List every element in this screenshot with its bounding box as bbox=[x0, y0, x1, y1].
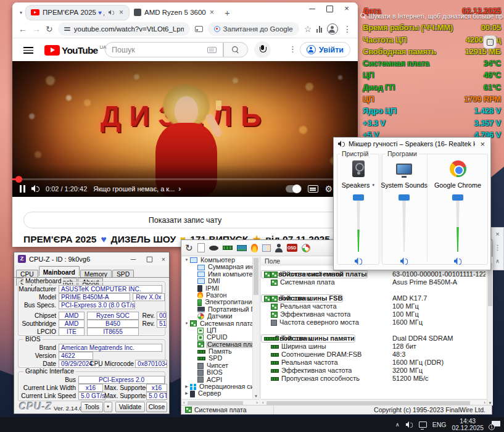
tree-item[interactable]: CPUID bbox=[182, 334, 252, 341]
volume-icon[interactable] bbox=[31, 185, 39, 193]
tab-close-icon[interactable]: × bbox=[209, 8, 215, 17]
profile-avatar[interactable] bbox=[327, 23, 338, 35]
subtitles-icon[interactable] bbox=[308, 185, 318, 193]
gpu-icon[interactable] bbox=[237, 245, 247, 251]
tree-item[interactable]: ACPI bbox=[182, 376, 252, 383]
minimize-button[interactable] bbox=[130, 255, 136, 262]
browser-menu-icon[interactable]: ⋮ bbox=[343, 24, 352, 34]
tree-item[interactable]: ▶Операционная система bbox=[182, 383, 252, 390]
tree-item[interactable]: SPD bbox=[182, 355, 252, 362]
settings-gear-icon[interactable]: ⚙ bbox=[324, 185, 333, 193]
volume-tray-icon[interactable] bbox=[405, 422, 413, 428]
tree-item[interactable]: ▼Компьютер bbox=[182, 257, 252, 264]
audit-user-icon[interactable] bbox=[275, 244, 283, 252]
tab-close-icon[interactable]: × bbox=[118, 8, 124, 17]
tree-item[interactable]: Имя компьютера bbox=[182, 271, 252, 278]
video-player[interactable]: ДИЗЕЛЬ 0:02 / 1:20:42 Якщо грошей немає,… bbox=[12, 61, 358, 197]
search-input[interactable]: Пошук bbox=[105, 42, 223, 57]
device-dropdown-icon[interactable]: ▼ bbox=[371, 183, 375, 187]
expand-icon[interactable]: ▼ bbox=[183, 320, 190, 327]
tree-item[interactable]: Системная плата bbox=[182, 341, 252, 348]
action-center-icon[interactable]: 1 bbox=[490, 420, 500, 429]
youtube-logo[interactable]: YouTube UA bbox=[44, 45, 107, 56]
keyboard-icon[interactable] bbox=[207, 47, 217, 53]
panel-row[interactable]: ID системной платы63-0100-000001-0010111… bbox=[261, 270, 487, 278]
tree-item[interactable]: Разгон bbox=[182, 292, 252, 299]
sensor-gauge-icon[interactable] bbox=[302, 244, 310, 252]
site-info-icon[interactable] bbox=[64, 27, 70, 31]
validate-button[interactable]: Validate bbox=[115, 402, 145, 412]
close-button[interactable]: × bbox=[478, 139, 487, 149]
close-icon[interactable]: × bbox=[495, 230, 499, 238]
forward-icon[interactable]: → bbox=[32, 24, 41, 34]
voice-search-button[interactable] bbox=[254, 41, 271, 58]
bookmark-star-icon[interactable]: ☆ bbox=[304, 24, 312, 34]
panel-row[interactable]: Тип шиныDual DDR4 SDRAM bbox=[261, 334, 487, 343]
hamburger-menu-icon[interactable] bbox=[23, 47, 33, 54]
tree-item[interactable]: Датчики bbox=[182, 313, 252, 320]
maximize-button[interactable] bbox=[326, 5, 333, 12]
cpu-lens-icon[interactable] bbox=[209, 246, 218, 251]
volume-slider-track[interactable] bbox=[453, 199, 462, 252]
mute-button[interactable] bbox=[400, 257, 408, 265]
cast-icon[interactable] bbox=[195, 26, 203, 32]
stress-test-flame-icon[interactable] bbox=[251, 244, 258, 252]
close-button[interactable]: × bbox=[162, 255, 165, 263]
show-chat-replay-button[interactable]: Показати запис чату bbox=[23, 212, 347, 228]
tree-item[interactable]: ▶Сервер bbox=[182, 390, 252, 397]
search-button[interactable] bbox=[223, 42, 248, 57]
chapter-title[interactable]: Якщо грошей немає, а к... bbox=[93, 185, 175, 193]
volume-slider-track[interactable] bbox=[400, 199, 408, 252]
expand-icon[interactable]: ▶ bbox=[183, 383, 190, 390]
floating-overlay-icon[interactable] bbox=[483, 35, 497, 49]
network-icon[interactable] bbox=[419, 422, 427, 428]
tree-item[interactable]: Память bbox=[182, 348, 252, 355]
refresh-icon[interactable]: ↻ bbox=[185, 243, 193, 253]
benchmark-icon[interactable] bbox=[262, 244, 271, 252]
tray-overflow-icon[interactable]: ∧ bbox=[395, 422, 400, 428]
language-indicator[interactable]: ENG bbox=[432, 421, 447, 428]
panel-row[interactable]: Ширина шины128 бит bbox=[261, 343, 487, 351]
close-button[interactable]: Close bbox=[146, 402, 167, 412]
sign-in-button[interactable]: Увійти bbox=[300, 42, 350, 57]
tree-item[interactable]: IPMI bbox=[182, 285, 252, 292]
mute-button[interactable] bbox=[355, 257, 363, 265]
close-button[interactable]: × bbox=[343, 5, 350, 12]
expand-icon[interactable]: ▶ bbox=[183, 390, 190, 397]
tools-button[interactable]: Tools bbox=[81, 402, 103, 412]
tree-item[interactable]: Портативный ПК bbox=[182, 306, 252, 313]
panel-row[interactable]: Реальная частота1600 МГц (DDR) bbox=[261, 359, 487, 367]
ask-google-button[interactable]: Запитання до Google bbox=[208, 22, 299, 36]
expand-icon[interactable]: ▼ bbox=[183, 257, 190, 264]
volume-slider-track[interactable] bbox=[354, 199, 363, 252]
volume-slider-handle[interactable] bbox=[452, 194, 463, 201]
youtube-menu-icon[interactable]: ⋮ bbox=[289, 44, 297, 54]
mute-button[interactable] bbox=[454, 257, 462, 265]
osd-panel-icon[interactable]: OSD bbox=[287, 244, 297, 252]
tools-dropdown-icon[interactable]: ▼ bbox=[104, 402, 112, 412]
media-controls-icon[interactable] bbox=[316, 26, 322, 33]
volume-slider-handle[interactable] bbox=[353, 194, 364, 201]
panel-row[interactable]: Реальная частота100 МГц bbox=[261, 302, 487, 310]
panel-row[interactable]: Эффективная частота3200 МГц bbox=[261, 367, 487, 375]
panel-scrollbar[interactable]: ▲ ▼ bbox=[487, 257, 493, 405]
panel-row[interactable]: Частота северного моста1600 МГц bbox=[261, 318, 487, 326]
minimize-button[interactable] bbox=[308, 5, 316, 12]
tree-item[interactable]: Суммарная информ bbox=[182, 264, 252, 270]
back-icon[interactable]: ← bbox=[19, 24, 27, 34]
address-bar[interactable]: youtube.com/watch?v=VtLOt6_Lpmg bbox=[58, 22, 190, 36]
cpuz-titlebar[interactable]: Z CPU-Z - ID : 9k0vg6 × bbox=[14, 252, 169, 265]
kebab-icon[interactable]: ⋮ bbox=[494, 244, 501, 252]
clock[interactable]: 14:43 02.12.2025 bbox=[452, 418, 484, 431]
browser-tab-active[interactable]: ПРЕМ'ЄРА 2025 ♥ ДИЗЕЛ × bbox=[26, 6, 129, 20]
scroll-up-icon[interactable]: ∧ bbox=[495, 258, 500, 264]
pause-button[interactable] bbox=[20, 185, 25, 193]
volume-slider-handle[interactable] bbox=[399, 194, 410, 201]
tree-item[interactable]: ЦП bbox=[182, 327, 252, 334]
tree-item[interactable]: Электропитание bbox=[182, 299, 252, 305]
tree-scrollbar[interactable]: ▼ bbox=[252, 257, 259, 399]
panel-row[interactable]: Системная платаAsus Prime B450M-A bbox=[261, 278, 487, 286]
new-tab-button[interactable]: + bbox=[225, 7, 230, 18]
tab-audio-icon[interactable] bbox=[109, 10, 114, 15]
panel-row[interactable]: Тип шиныAMD K17.7 bbox=[261, 294, 487, 302]
